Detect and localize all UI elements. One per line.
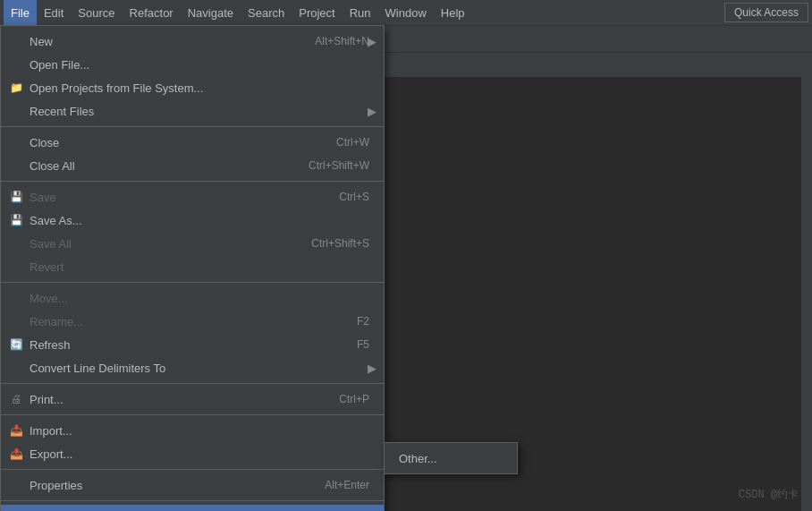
save-icon: 💾 bbox=[8, 191, 24, 203]
menu-search[interactable]: Search bbox=[241, 0, 292, 25]
quick-access-button[interactable]: Quick Access bbox=[724, 3, 808, 22]
submenu-item-other[interactable]: Other... bbox=[385, 447, 517, 470]
menu-item-save-as[interactable]: 💾 Save As... bbox=[1, 209, 384, 232]
print-icon: 🖨 bbox=[8, 393, 24, 405]
menu-refactor[interactable]: Refactor bbox=[123, 0, 181, 25]
menu-item-convert-line[interactable]: Convert Line Delimiters To ▶ bbox=[1, 356, 384, 379]
menu-window[interactable]: Window bbox=[378, 0, 434, 25]
sep-2 bbox=[1, 181, 384, 182]
menu-item-save: 💾 Save Ctrl+S bbox=[1, 185, 384, 209]
menu-item-move: Move... bbox=[1, 286, 384, 310]
menu-item-rename: Rename... F2 bbox=[1, 310, 384, 333]
menu-help[interactable]: Help bbox=[434, 0, 472, 25]
menu-item-open-file[interactable]: Open File... bbox=[1, 53, 384, 76]
menu-item-open-projects[interactable]: 📁 Open Projects from File System... bbox=[1, 76, 384, 99]
export-icon: 📤 bbox=[8, 447, 24, 460]
menu-item-properties[interactable]: Properties Alt+Enter bbox=[1, 473, 384, 497]
menu-item-revert: Revert bbox=[1, 255, 384, 278]
sep-6 bbox=[1, 469, 384, 470]
menu-item-switch-workspace[interactable]: Switch Workspace ▶ bbox=[1, 505, 384, 511]
menu-item-recent-files[interactable]: Recent Files ▶ bbox=[1, 99, 384, 123]
save-as-icon: 💾 bbox=[8, 214, 24, 226]
menu-item-new[interactable]: New Alt+Shift+N ▶ bbox=[1, 30, 384, 53]
sep-4 bbox=[1, 383, 384, 384]
import-icon: 📥 bbox=[8, 424, 24, 437]
menu-item-refresh[interactable]: 🔄 Refresh F5 bbox=[1, 333, 384, 356]
submenu: Other... bbox=[384, 442, 518, 474]
menu-navigate[interactable]: Navigate bbox=[181, 0, 241, 25]
menu-item-save-all: Save All Ctrl+Shift+S bbox=[1, 232, 384, 255]
file-menu: New Alt+Shift+N ▶ Open File... 📁 Open Pr… bbox=[0, 25, 385, 511]
watermark: CSDN @约卡 bbox=[739, 487, 799, 502]
file-dropdown: New Alt+Shift+N ▶ Open File... 📁 Open Pr… bbox=[0, 25, 385, 511]
menu-item-import[interactable]: 📥 Import... bbox=[1, 419, 384, 442]
menu-item-export[interactable]: 📤 Export... bbox=[1, 442, 384, 465]
folder-icon: 📁 bbox=[8, 81, 24, 94]
sep-7 bbox=[1, 500, 384, 501]
menu-source[interactable]: Source bbox=[71, 0, 122, 25]
switch-workspace-submenu: Other... bbox=[384, 442, 518, 474]
menu-file[interactable]: File bbox=[4, 0, 37, 25]
menu-run[interactable]: Run bbox=[343, 0, 378, 25]
menu-project[interactable]: Project bbox=[292, 0, 342, 25]
refresh-icon: 🔄 bbox=[8, 338, 24, 351]
sep-3 bbox=[1, 282, 384, 283]
menu-item-close-all[interactable]: Close All Ctrl+Shift+W bbox=[1, 154, 384, 177]
menu-edit[interactable]: Edit bbox=[37, 0, 71, 25]
editor-scrollbar[interactable] bbox=[801, 77, 812, 511]
sep-5 bbox=[1, 414, 384, 415]
menu-item-print[interactable]: 🖨 Print... Ctrl+P bbox=[1, 388, 384, 411]
menu-item-close[interactable]: Close Ctrl+W bbox=[1, 131, 384, 154]
menu-bar: File Edit Source Refactor Navigate Searc… bbox=[0, 0, 812, 25]
sep-1 bbox=[1, 126, 384, 127]
